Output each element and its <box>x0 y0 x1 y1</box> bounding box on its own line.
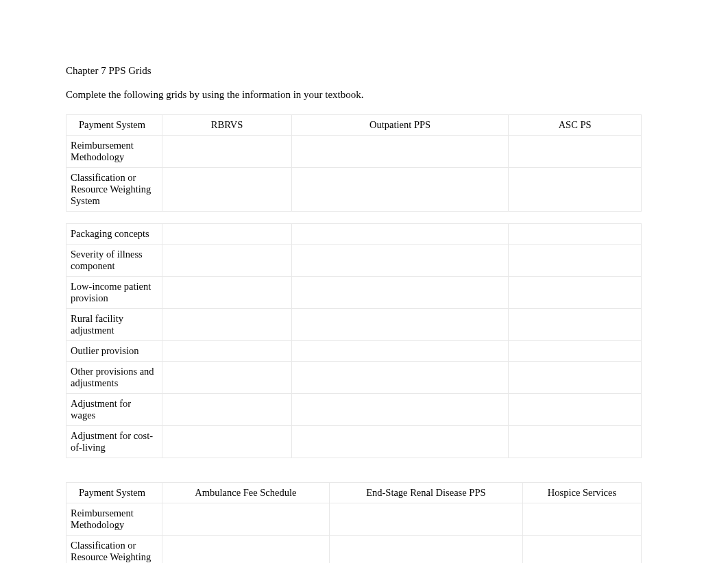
table1-header-rbrvs: RBRVS <box>162 115 292 136</box>
grid-cell <box>292 394 509 426</box>
table1-header-outpatient: Outpatient PPS <box>292 115 509 136</box>
grid-cell <box>292 136 509 168</box>
grid-cell <box>292 245 509 277</box>
grid-cell <box>162 536 330 564</box>
row-label: Reimbursement Methodology <box>66 136 162 168</box>
table2-header-ambulance: Ambulance Fee Schedule <box>162 483 330 503</box>
grid-cell <box>509 362 642 394</box>
grid-cell <box>162 341 292 362</box>
grid-cell <box>162 224 292 245</box>
grid-cell <box>329 536 522 564</box>
grid-cell <box>522 536 641 564</box>
row-label: Adjustment for cost-of-living <box>66 426 162 458</box>
grid-cell <box>292 224 509 245</box>
table1-body: Reimbursement MethodologyClassification … <box>66 136 642 458</box>
grid-cell <box>509 224 642 245</box>
grid-cell <box>509 168 642 212</box>
grid-cell <box>162 136 292 168</box>
table2-header-hospice: Hospice Services <box>522 483 641 503</box>
instructions-text: Complete the following grids by using th… <box>66 89 662 101</box>
grid-cell <box>162 362 292 394</box>
table1-header-payment-system: Payment System <box>66 115 162 136</box>
grid-cell <box>162 277 292 309</box>
page-title: Chapter 7 PPS Grids <box>66 65 662 77</box>
row-label: Classification or Resource Weighting Sys… <box>66 536 162 564</box>
grid-cell <box>162 309 292 341</box>
grid-cell <box>509 309 642 341</box>
spacer-cell <box>66 212 642 224</box>
pps-grid-2: Payment System Ambulance Fee Schedule En… <box>66 482 642 563</box>
grid-cell <box>292 426 509 458</box>
row-label: Reimbursement Methodology <box>66 503 162 536</box>
table1-header-asc: ASC PS <box>509 115 642 136</box>
grid-cell <box>292 277 509 309</box>
grid-cell <box>292 309 509 341</box>
table2-header-payment-system: Payment System <box>66 483 162 503</box>
table2-body: Reimbursement MethodologyClassification … <box>66 503 642 564</box>
row-label: Low-income patient provision <box>66 277 162 309</box>
row-label: Rural facility adjustment <box>66 309 162 341</box>
grid-cell <box>162 168 292 212</box>
grid-cell <box>509 136 642 168</box>
grid-cell <box>509 394 642 426</box>
grid-cell <box>162 426 292 458</box>
row-label: Classification or Resource Weighting Sys… <box>66 168 162 212</box>
pps-grid-1: Payment System RBRVS Outpatient PPS ASC … <box>66 114 642 458</box>
row-label: Other provisions and adjustments <box>66 362 162 394</box>
grid-cell <box>292 168 509 212</box>
grid-cell <box>162 245 292 277</box>
row-label: Adjustment for wages <box>66 394 162 426</box>
grid-cell <box>162 394 292 426</box>
grid-cell <box>162 503 330 536</box>
grid-cell <box>329 503 522 536</box>
grid-cell <box>509 245 642 277</box>
grid-cell <box>509 277 642 309</box>
grid-cell <box>509 426 642 458</box>
row-label: Severity of illness component <box>66 245 162 277</box>
grid-cell <box>292 362 509 394</box>
grid-cell <box>509 341 642 362</box>
grid-cell <box>292 341 509 362</box>
table2-header-esrd: End-Stage Renal Disease PPS <box>329 483 522 503</box>
grid-cell <box>522 503 641 536</box>
row-label: Outlier provision <box>66 341 162 362</box>
row-label: Packaging concepts <box>66 224 162 245</box>
